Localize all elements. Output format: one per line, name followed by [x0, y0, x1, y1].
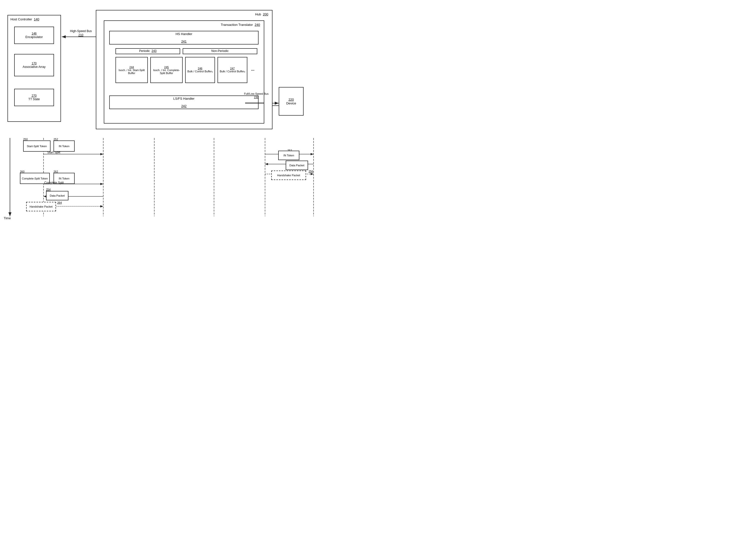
- buf-247-ref: 247: [230, 67, 235, 70]
- tt-state-box: 270 TT State: [14, 89, 54, 106]
- start-split-token-ref: 250: [23, 137, 28, 141]
- in-token-252a-ref: 252: [53, 137, 58, 141]
- buf-245-label: Isoch. / Int. Complete-Split Buffer: [151, 69, 182, 74]
- hs-handler-box: HS Handler 241: [109, 31, 258, 44]
- hub-box: Hub 200 Transaction Translator 240 HS Ha…: [96, 10, 272, 129]
- in-token-262-label: IN Token: [59, 177, 70, 180]
- in-token-252b-label: IN Token: [284, 154, 294, 157]
- data-packet-254a-label: Data Packet: [50, 194, 65, 197]
- in-token-252b-box: IN Token: [278, 151, 299, 160]
- handshake-256-box: Handshake Packet: [271, 171, 306, 180]
- handshake-264-label: Handshake Packet: [30, 205, 52, 208]
- tt-label: Transaction Translator 240: [221, 23, 260, 27]
- associative-array-box: 170 Associative Array: [14, 54, 54, 76]
- hs-handler-label: HS Handler: [175, 32, 192, 36]
- host-controller-label: Host Controller 140: [11, 17, 39, 21]
- lsfs-handler-box: LS/FS Handler 242: [109, 96, 258, 109]
- data-packet-254a-box: Data Packet: [46, 191, 69, 200]
- encapsulator-label: Encapsulator: [25, 35, 43, 39]
- data-packet-254b-label: Data Packet: [289, 164, 304, 167]
- hs-bus-label: High-Speed Bus 210: [67, 29, 95, 37]
- in-token-252a-box: IN Token: [53, 140, 75, 152]
- in-token-252a-label: IN Token: [59, 145, 70, 148]
- device-ref: 220: [288, 98, 294, 101]
- associative-array-content: 170 Associative Array: [23, 62, 45, 69]
- encapsulator-ref: 146 Encapsulator: [25, 32, 43, 39]
- in-token-262-ref: 262: [53, 170, 58, 173]
- tt-state-label: TT State: [28, 98, 40, 101]
- device-box: 220 Device: [279, 87, 304, 116]
- diagram: Host Controller 140 146 Encapsulator 170…: [0, 0, 323, 244]
- hub-label: Hub 200: [255, 13, 268, 16]
- ellipsis-label: ...: [251, 67, 254, 72]
- complete-split-arrow-label: Complete Split: [44, 181, 64, 185]
- hub-ref: 200: [263, 13, 268, 16]
- start-split-token-box: Start-Split Token: [23, 140, 50, 152]
- complete-split-token-ref: 260: [20, 170, 24, 173]
- host-controller-ref: 140: [34, 17, 39, 21]
- transaction-translator-box: Transaction Translator 240 HS Handler 24…: [104, 20, 264, 124]
- buf-247-label: Bulk / Control Buffer₂: [220, 70, 245, 73]
- buffer-245-box: 245 Isoch. / Int. Complete-Split Buffer: [150, 57, 183, 83]
- tt-ref: 240: [255, 23, 260, 27]
- tt-state-content: 270 TT State: [28, 94, 40, 101]
- buf-246-label: Bulk / Control Buffer₁: [187, 70, 213, 73]
- lsfs-handler-label: LS/FS Handler: [173, 97, 194, 100]
- buffer-247-box: 247 Bulk / Control Buffer₂: [218, 57, 247, 83]
- buf-244-label: Isoch. / Int. Start-Split Buffer: [116, 69, 147, 74]
- buf-245-ref: 245: [164, 66, 169, 69]
- buffer-246-box: 246 Bulk / Control Buffer₁: [185, 57, 215, 83]
- non-periodic-label-box: Non-Periodic: [183, 48, 257, 54]
- device-label: Device: [286, 101, 296, 105]
- start-split-token-label: Start-Split Token: [27, 145, 47, 148]
- associative-array-label: Associative Array: [23, 65, 45, 69]
- buf-246-ref: 246: [198, 67, 202, 70]
- buf-244-ref: 244: [129, 66, 134, 69]
- host-controller-box: Host Controller 140 146 Encapsulator 170…: [8, 15, 61, 122]
- handshake-264-ref: 264: [57, 201, 62, 204]
- lsfs-handler-ref: 242: [181, 104, 187, 108]
- buffer-244-box: 244 Isoch. / Int. Start-Split Buffer: [115, 57, 148, 83]
- hs-handler-ref: 241: [181, 40, 187, 43]
- handshake-256-label: Handshake Packet: [277, 174, 300, 177]
- flsb-line: [245, 103, 264, 103]
- complete-split-token-label: Complete-Split Token: [22, 177, 48, 180]
- time-label: Time: [4, 216, 11, 220]
- start-split-arrow-label: Start Split: [47, 151, 60, 155]
- handshake-264-box: Handshake Packet: [26, 202, 56, 211]
- data-packet-254b-box: Data Packet: [286, 161, 308, 170]
- handshake-256-ref: 256: [309, 170, 313, 173]
- periodic-label-box: Periodic 243: [115, 48, 180, 54]
- encapsulator-box: 146 Encapsulator: [14, 27, 54, 44]
- flsb-label: Full/Low-Speed Bus 230: [244, 92, 269, 99]
